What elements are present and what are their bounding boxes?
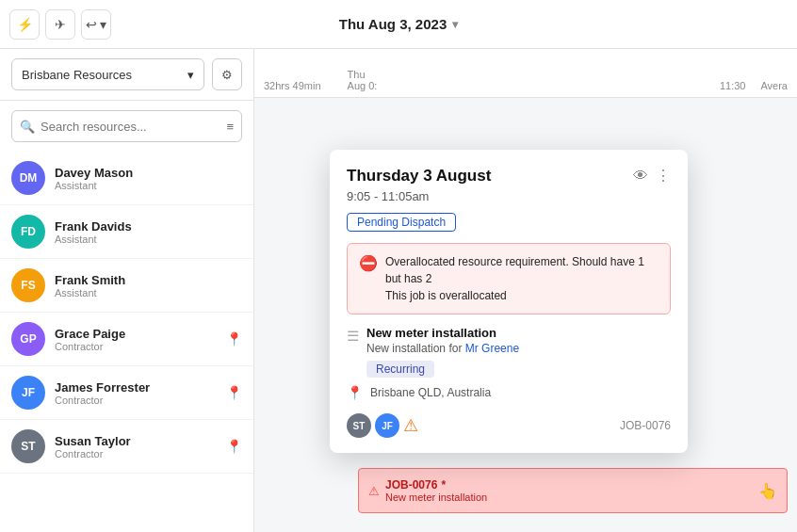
date-label: Thu Aug 3, 2023 (339, 16, 447, 32)
avatar: ST (11, 429, 45, 463)
top-bar: ⚡ ✈ ↩ ▾ Thu Aug 3, 2023 ▾ (0, 0, 797, 49)
error-content: Overallocated resource requirement. Shou… (385, 253, 659, 304)
average-label: Avera (760, 80, 788, 91)
col-day: Thu (348, 69, 378, 80)
calendar-area: 32hrs 49min Thu Aug 0: 11:30 Avera ⚠ JOB… (254, 49, 797, 532)
avatar: FD (11, 215, 45, 249)
search-icon: 🔍 (20, 120, 35, 134)
calendar-header: 32hrs 49min Thu Aug 0: 11:30 Avera (254, 49, 797, 98)
job-bar-info: JOB-0076 * New meter installation (385, 478, 487, 503)
location-text: Brisbane QLD, Australia (370, 386, 491, 399)
list-item[interactable]: GP Grace Paige Contractor 📍 (0, 313, 253, 366)
assignee-1-initials: ST (353, 421, 366, 431)
resource-list: DM Davey Mason Assistant FD Frank Davids… (0, 152, 253, 532)
top-bar-left-actions: ⚡ ✈ ↩ ▾ (9, 9, 111, 40)
resource-role: Assistant (55, 234, 242, 245)
resource-name: Frank Smith (55, 273, 242, 287)
cursor-icon: 👆 (758, 482, 777, 500)
more-button[interactable]: ⋮ (656, 167, 671, 185)
resource-group-dropdown[interactable]: Brisbane Resources ▾ (11, 58, 204, 90)
col-date: Aug 0: (348, 80, 378, 91)
resource-info: Frank Davids Assistant (55, 219, 242, 245)
job-id: JOB-0076 (620, 419, 671, 432)
resource-role: Contractor (55, 341, 217, 352)
job-bar-error-icon: ⚠ (368, 484, 380, 498)
hours-stat: 32hrs 49min (264, 80, 321, 91)
job-section: ☰ New meter installation New installatio… (347, 326, 671, 378)
avatar: GP (11, 322, 45, 356)
recurring-badge: Recurring (366, 361, 434, 378)
resource-info: James Forrester Contractor (55, 380, 217, 406)
location-icon: 📍 (347, 385, 363, 400)
status-badge: Pending Dispatch (347, 213, 456, 232)
popup-header-icons: 👁 ⋮ (633, 167, 671, 185)
calendar-body: ⚠ JOB-0076 * New meter installation 👆 Th… (254, 98, 797, 532)
date-selector[interactable]: Thu Aug 3, 2023 ▾ (339, 16, 458, 32)
search-input[interactable] (41, 120, 220, 134)
list-item[interactable]: ST Susan Taylor Contractor 📍 (0, 420, 253, 474)
location-pin-icon: 📍 (226, 331, 242, 347)
assignee-2-avatar: JF (375, 413, 399, 438)
lightning-button[interactable]: ⚡ (9, 9, 40, 40)
dropdown-chevron: ▾ (187, 68, 194, 82)
popup-footer: ST JF ⚠ JOB-0076 (347, 413, 671, 438)
popup-title: Thursday 3 August (347, 167, 491, 185)
job-details: New meter installation New installation … (366, 326, 519, 378)
job-subtitle-highlight: Mr Greene (465, 342, 519, 355)
dropdown-label: Brisbane Resources (22, 68, 132, 82)
sidebar: Brisbane Resources ▾ ⚙ 🔍 ≡ DM Davey Maso… (0, 49, 254, 532)
list-item[interactable]: DM Davey Mason Assistant (0, 152, 253, 205)
sidebar-header: Brisbane Resources ▾ ⚙ (0, 49, 253, 101)
location-section: 📍 Brisbane QLD, Australia (347, 385, 671, 400)
resource-info: Davey Mason Assistant (55, 166, 242, 191)
job-bar-asterisk: * (441, 478, 446, 492)
job-popup[interactable]: Thursday 3 August 👁 ⋮ 9:05 - 11:05am Pen… (330, 150, 688, 453)
time-11-30: 11:30 (720, 80, 746, 91)
job-title: New meter installation (366, 326, 519, 340)
avatar: JF (11, 376, 45, 410)
error-box: ⛔ Overallocated resource requirement. Sh… (347, 243, 671, 314)
menu-icon: ☰ (347, 328, 359, 345)
job-subtitle: New installation for Mr Greene (366, 342, 519, 355)
assignee-1-avatar: ST (347, 413, 371, 438)
date-chevron: ▾ (452, 18, 458, 31)
resource-name: Davey Mason (55, 166, 242, 180)
assignee-2-initials: JF (382, 421, 393, 431)
job-bar[interactable]: ⚠ JOB-0076 * New meter installation 👆 (358, 468, 788, 513)
filter-button[interactable]: ⚙ (212, 58, 242, 90)
assignee-avatars: ST JF ⚠ (347, 413, 418, 438)
avatar: FS (11, 268, 45, 302)
location-pin-icon: 📍 (226, 439, 242, 454)
resource-name: Frank Davids (55, 219, 242, 234)
view-button[interactable]: 👁 (633, 167, 648, 185)
popup-time: 9:05 - 11:05am (347, 189, 671, 203)
resource-role: Contractor (55, 395, 217, 406)
avatar: DM (11, 161, 45, 195)
list-item[interactable]: FS Frank Smith Assistant (0, 259, 253, 313)
job-bar-id: JOB-0076 (385, 478, 437, 492)
error-icon: ⛔ (359, 254, 378, 304)
search-box: 🔍 ≡ (11, 110, 242, 142)
resource-role: Contractor (55, 448, 217, 459)
resource-info: Susan Taylor Contractor (55, 434, 217, 459)
job-bar-subtitle: New meter installation (385, 492, 487, 503)
list-item[interactable]: FD Frank Davids Assistant (0, 205, 253, 259)
resource-name: Grace Paige (55, 327, 217, 341)
popup-overlay: Thursday 3 August 👁 ⋮ 9:05 - 11:05am Pen… (311, 98, 797, 532)
warning-dot-icon: ⚠ (403, 415, 418, 436)
list-item[interactable]: JF James Forrester Contractor 📍 (0, 366, 253, 420)
popup-header: Thursday 3 August 👁 ⋮ (347, 167, 671, 185)
main-layout: Brisbane Resources ▾ ⚙ 🔍 ≡ DM Davey Maso… (0, 49, 797, 532)
resource-role: Assistant (55, 180, 242, 191)
resource-name: James Forrester (55, 380, 217, 395)
resource-role: Assistant (55, 287, 242, 298)
resource-name: Susan Taylor (55, 434, 217, 448)
send-button[interactable]: ✈ (45, 9, 75, 40)
error-title: Overallocated resource requirement. Shou… (385, 253, 659, 287)
job-subtitle-pre: New installation for (366, 342, 465, 355)
undo-button[interactable]: ↩ ▾ (81, 9, 111, 40)
location-pin-icon: 📍 (226, 385, 242, 400)
resource-info: Grace Paige Contractor (55, 327, 217, 352)
error-sub: This job is overallocated (385, 287, 659, 304)
filter-icon-small[interactable]: ≡ (226, 120, 234, 134)
